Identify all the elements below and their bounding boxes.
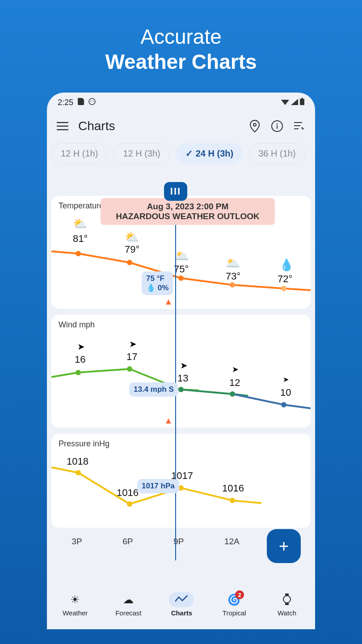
- svg-point-17: [230, 391, 235, 397]
- promo-title-line1: Accurate: [140, 25, 222, 49]
- scrub-line: [175, 198, 176, 560]
- wind-arrow-icon: ➤: [77, 341, 85, 352]
- sunset-marker-icon: ▲: [164, 297, 173, 307]
- promo-title-line2: Weather Charts: [105, 50, 257, 74]
- wifi-icon: [281, 98, 289, 107]
- wind-chart: ➤ 16 ➤ 17 ➤ 13 ➤ 12 ➤ 10 13.4 mph S ▲: [59, 332, 303, 422]
- pressure-card[interactable]: Pressure inHg 1018 1016 1017 1016 1017 h…: [51, 434, 311, 528]
- svg-point-2: [93, 101, 94, 102]
- phone-frame: 2:25 Charts: [47, 93, 315, 629]
- svg-rect-4: [301, 98, 303, 99]
- tooltip-value: 75 °F: [146, 274, 164, 283]
- chip-36h-1h[interactable]: 36 H (1h): [249, 143, 305, 164]
- location-button[interactable]: [248, 119, 261, 133]
- wind-card[interactable]: Wind mph ➤ 16 ➤ 17 ➤ 13 ➤: [51, 315, 311, 428]
- chip-label: 12 H (3h): [123, 148, 160, 159]
- info-button[interactable]: [270, 119, 284, 133]
- temp-point-4: 72°: [278, 273, 292, 285]
- app-bar: Charts: [47, 109, 315, 140]
- temperature-tooltip: 75 °F 💧 0%: [142, 271, 173, 295]
- wind-point-3: 12: [229, 377, 240, 389]
- svg-point-13: [281, 286, 286, 291]
- nav-weather[interactable]: ☀ Weather: [63, 592, 88, 617]
- time-tick: 3P: [72, 537, 82, 547]
- svg-point-20: [127, 501, 132, 507]
- chip-label: 24 H (3h): [196, 148, 233, 159]
- svg-rect-8: [277, 125, 278, 129]
- wind-point-1: 17: [126, 351, 137, 363]
- weather-icon: 🌥️: [226, 256, 240, 270]
- pressure-point-1: 1016: [117, 487, 139, 499]
- wind-arrow-icon: ➤: [232, 364, 239, 374]
- nav-watch[interactable]: Watch: [274, 592, 299, 617]
- svg-point-9: [76, 251, 81, 256]
- svg-point-16: [178, 387, 184, 392]
- temperature-chart: ⛅ 81° ⛅ 79° 🌥️ 75° 🌥️ 73° 💧 72° 75 °F 💧 …: [59, 213, 303, 303]
- wind-arrow-icon: ➤: [283, 375, 289, 384]
- time-range-chips: 12 H (1h) 12 H (3h) ✓ 24 H (3h) 36 H (1h…: [47, 140, 315, 168]
- chip-12h-3h[interactable]: 12 H (3h): [114, 143, 169, 164]
- svg-point-21: [178, 485, 184, 491]
- nav-tropical[interactable]: 🌀 2 Tropical: [222, 592, 247, 617]
- weather-alert[interactable]: Aug 3, 2023 2:00 PM HAZARDOUS WEATHER OU…: [101, 198, 275, 225]
- weather-icon: 💧: [279, 258, 294, 272]
- svg-point-11: [178, 275, 184, 281]
- time-tick: 12A: [224, 537, 240, 547]
- wind-point-4: 10: [280, 387, 291, 398]
- check-icon: ✓: [185, 148, 193, 159]
- wind-point-2: 13: [177, 373, 188, 384]
- menu-button[interactable]: [56, 119, 69, 133]
- wind-arrow-icon: ➤: [180, 360, 188, 371]
- status-bar: 2:25: [47, 93, 315, 109]
- svg-point-5: [253, 123, 256, 126]
- wind-point-0: 16: [75, 354, 85, 365]
- temp-point-1: 79°: [125, 244, 139, 255]
- chip-12h-1h[interactable]: 12 H (1h): [51, 143, 107, 164]
- edit-list-button[interactable]: [293, 119, 306, 133]
- face-icon: [88, 98, 96, 107]
- svg-point-15: [127, 366, 132, 372]
- pressure-point-3: 1016: [222, 483, 244, 494]
- signal-icon: [291, 98, 298, 107]
- pressure-tooltip: 1017 hPa: [137, 479, 179, 493]
- svg-point-1: [91, 101, 92, 102]
- svg-point-22: [230, 498, 235, 503]
- temp-point-3: 73°: [226, 271, 240, 282]
- nav-label: Tropical: [223, 609, 246, 617]
- sd-card-icon: [78, 98, 84, 107]
- status-time: 2:25: [58, 98, 73, 107]
- sunset-marker-icon: ▲: [164, 415, 173, 426]
- chip-24h-3h[interactable]: ✓ 24 H (3h): [176, 143, 243, 164]
- weather-icon: 🌥️: [175, 249, 189, 263]
- battery-icon: [300, 98, 304, 107]
- svg-point-14: [76, 370, 81, 375]
- pressure-title: Pressure inHg: [59, 439, 303, 449]
- weather-icon: ⛅: [73, 217, 87, 231]
- nav-label: Weather: [63, 609, 88, 617]
- weather-icon: ⛅: [125, 230, 139, 244]
- add-fab[interactable]: +: [267, 529, 301, 563]
- svg-point-7: [277, 123, 278, 125]
- time-tick: 6P: [122, 537, 133, 547]
- svg-point-18: [281, 402, 286, 407]
- temp-point-0: 81°: [73, 233, 88, 245]
- svg-point-19: [76, 470, 81, 475]
- nav-label: Forecast: [115, 609, 141, 617]
- wind-arrow-icon: ➤: [129, 339, 137, 349]
- pressure-point-0: 1018: [67, 456, 88, 467]
- cloud-icon: ☁: [123, 593, 134, 606]
- watch-icon: [282, 593, 291, 606]
- nav-label: Charts: [171, 609, 193, 617]
- pressure-chart: 1018 1016 1017 1016 1017 hPa: [59, 451, 303, 523]
- nav-label: Watch: [278, 609, 296, 617]
- nav-forecast[interactable]: ☁ Forecast: [115, 592, 141, 617]
- scrub-handle[interactable]: III: [164, 182, 187, 201]
- tooltip-precip: 0%: [158, 284, 169, 292]
- svg-point-0: [89, 98, 95, 105]
- page-title: Charts: [78, 119, 239, 133]
- alert-text: HAZARDOUS WEATHER OUTLOOK: [106, 212, 269, 221]
- svg-point-12: [230, 282, 235, 288]
- grip-icon: III: [170, 186, 181, 197]
- svg-point-24: [283, 596, 290, 603]
- nav-charts[interactable]: Charts: [169, 592, 194, 617]
